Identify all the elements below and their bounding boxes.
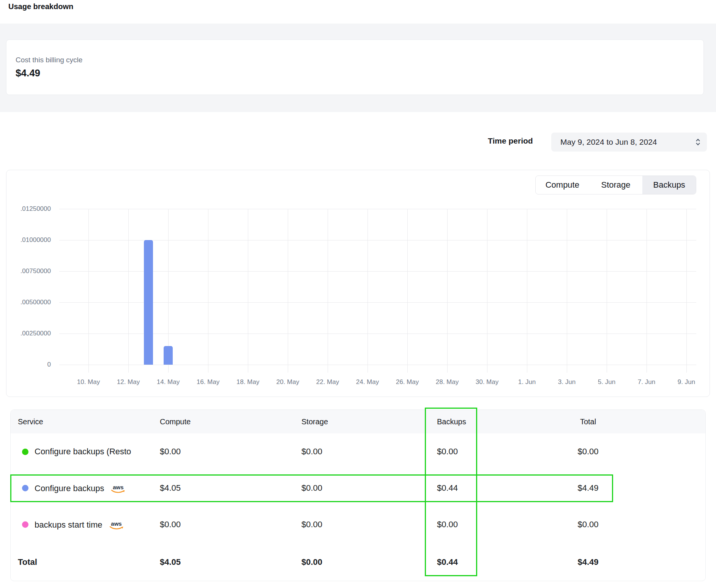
x-axis-tick-label: 3. Jun xyxy=(548,378,586,386)
storage-value: $0.00 xyxy=(301,483,322,493)
service-cell: backups start time aws xyxy=(22,519,124,530)
y-axis-tick-label: .00500000 xyxy=(6,298,51,307)
gridline-vertical xyxy=(248,209,248,373)
total-total: $4.49 xyxy=(535,557,641,567)
gridline-horizontal xyxy=(59,240,696,240)
compute-value: $4.05 xyxy=(160,483,181,493)
aws-smile-icon xyxy=(111,490,125,494)
x-axis-tick-label: 1. Jun xyxy=(508,378,546,386)
compute-value: $0.00 xyxy=(160,520,181,530)
total-value: $0.00 xyxy=(535,520,641,530)
x-axis-tick-label: 30. May xyxy=(468,378,506,386)
bar-chart: 10. May12. May14. May16. May18. May20. M… xyxy=(6,170,710,397)
series-dot xyxy=(22,522,28,528)
total-compute: $4.05 xyxy=(160,557,181,567)
x-axis-tick-label: 5. Jun xyxy=(588,378,626,386)
gridline-vertical xyxy=(527,209,527,373)
chart-bar[interactable] xyxy=(144,240,153,365)
x-axis-tick-label: 28. May xyxy=(428,378,466,386)
backups-value: $0.00 xyxy=(437,447,458,457)
chart-metric-tabs: Compute Storage Backups xyxy=(535,175,696,194)
service-name: backups start time xyxy=(35,520,103,530)
total-backups: $0.44 xyxy=(437,557,458,567)
aws-smile-icon xyxy=(109,526,124,530)
gridline-vertical xyxy=(208,209,208,373)
gridline-vertical xyxy=(567,209,567,373)
aws-logo: aws xyxy=(111,485,125,494)
gridline-horizontal xyxy=(59,302,696,303)
total-value: $0.00 xyxy=(535,447,641,457)
service-cell: Configure backups aws xyxy=(22,483,125,494)
x-axis-tick-label: 16. May xyxy=(189,378,227,386)
service-cell: Configure backups (Resto xyxy=(22,447,131,457)
x-axis-tick-label: 22. May xyxy=(309,378,347,386)
gridline-vertical xyxy=(367,209,368,373)
total-row-label: Total xyxy=(18,557,37,567)
x-axis-tick-label: 18. May xyxy=(229,378,267,386)
time-period-select[interactable]: May 9, 2024 to Jun 8, 2024 xyxy=(551,133,707,152)
total-storage: $0.00 xyxy=(301,557,322,567)
table-row: Configure backups aws $4.05 $0.00 $0.44 … xyxy=(11,470,705,506)
y-axis-tick-label: 0 xyxy=(6,360,51,369)
gridline-horizontal xyxy=(59,271,696,272)
gridline-vertical xyxy=(328,209,328,373)
total-value: $4.49 xyxy=(535,483,641,493)
x-axis-tick-label: 14. May xyxy=(149,378,187,386)
cost-label: Cost this billing cycle xyxy=(16,56,703,64)
gridline-vertical xyxy=(447,209,448,373)
series-dot xyxy=(22,449,28,455)
gridline-vertical xyxy=(487,209,487,373)
gridline-vertical xyxy=(88,209,89,373)
service-name: Configure backups xyxy=(35,483,104,493)
time-period-label: Time period xyxy=(488,136,533,145)
x-axis-tick-label: 24. May xyxy=(349,378,386,386)
gridline-vertical xyxy=(288,209,288,373)
storage-value: $0.00 xyxy=(301,447,322,457)
page-title: Usage breakdown xyxy=(8,2,73,11)
y-axis-tick-label: .00750000 xyxy=(6,267,51,275)
x-axis-tick-label: 10. May xyxy=(69,378,107,386)
column-header-service: Service xyxy=(18,417,43,426)
table-row: Configure backups (Resto $0.00 $0.00 $0.… xyxy=(11,433,705,470)
usage-table: Service Compute Storage Backups Total Co… xyxy=(10,409,706,581)
gridline-vertical xyxy=(686,209,687,373)
series-dot xyxy=(22,485,28,492)
gridline-horizontal xyxy=(59,334,696,334)
usage-breakdown-page: Usage breakdown Cost this billing cycle … xyxy=(0,0,716,588)
gridline-vertical xyxy=(647,209,647,373)
gridline-vertical xyxy=(128,209,129,373)
tab-backups[interactable]: Backups xyxy=(642,176,696,194)
compute-value: $0.00 xyxy=(160,447,181,457)
x-axis-tick-label: 26. May xyxy=(388,378,426,386)
cost-value: $4.49 xyxy=(16,67,703,79)
chart-bar[interactable] xyxy=(164,346,173,365)
column-header-total: Total xyxy=(535,417,641,426)
column-header-backups: Backups xyxy=(437,417,466,426)
time-period-value: May 9, 2024 to Jun 8, 2024 xyxy=(560,138,657,147)
gridline-horizontal xyxy=(59,209,696,209)
y-axis-tick-label: .00250000 xyxy=(6,329,51,338)
x-axis-tick-label: 20. May xyxy=(269,378,307,386)
y-axis-tick-label: .01000000 xyxy=(6,236,51,244)
aws-logo: aws xyxy=(109,522,124,530)
y-axis-tick-label: .01250000 xyxy=(6,205,51,213)
tab-compute[interactable]: Compute xyxy=(536,176,589,194)
gridline-vertical xyxy=(607,209,607,373)
select-chevrons-icon xyxy=(695,138,701,147)
billing-summary-section: Cost this billing cycle $4.49 xyxy=(0,24,716,112)
gridline-vertical xyxy=(407,209,408,373)
x-axis-tick-label: 7. Jun xyxy=(628,378,666,386)
backups-value: $0.44 xyxy=(437,483,458,493)
x-axis-tick-label: 9. Jun xyxy=(667,378,705,386)
backups-value: $0.00 xyxy=(437,520,458,530)
tab-storage[interactable]: Storage xyxy=(589,176,643,194)
usage-chart-card: Compute Storage Backups 10. May12. May14… xyxy=(6,170,710,397)
table-header-row: Service Compute Storage Backups Total xyxy=(11,410,705,433)
cost-card: Cost this billing cycle $4.49 xyxy=(6,40,704,95)
storage-value: $0.00 xyxy=(301,520,322,530)
table-total-row: Total $4.05 $0.00 $0.44 $4.49 xyxy=(11,543,705,582)
service-name: Configure backups (Resto xyxy=(35,447,131,457)
column-header-storage: Storage xyxy=(301,417,328,426)
column-header-compute: Compute xyxy=(160,417,191,426)
gridline-horizontal xyxy=(59,365,696,365)
